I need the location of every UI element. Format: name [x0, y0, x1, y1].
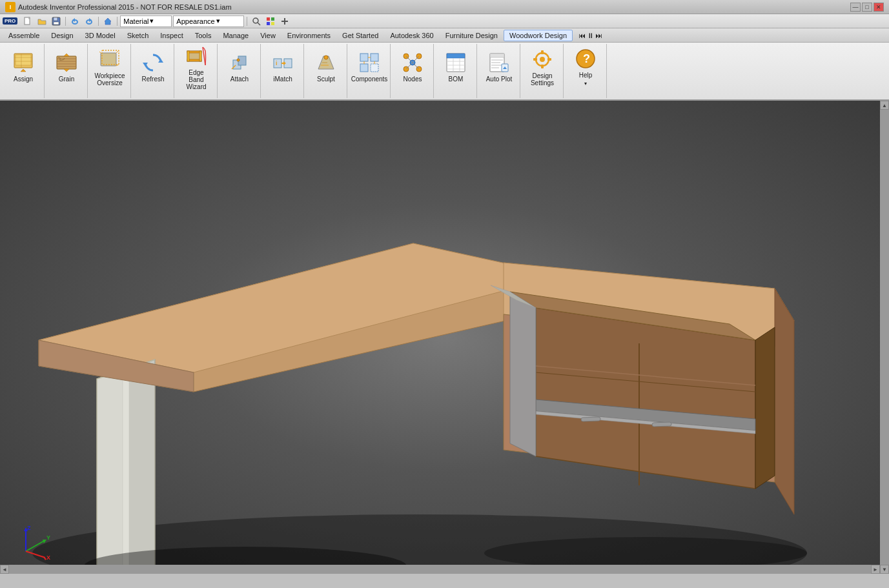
nodes-button[interactable]: Nodes	[396, 45, 429, 89]
sculpt-icon	[314, 51, 338, 74]
design-settings-button[interactable]: DesignSettings	[526, 45, 559, 89]
menu-view[interactable]: View	[254, 30, 281, 41]
svg-rect-81	[541, 65, 544, 68]
bom-button[interactable]: BOM	[439, 45, 473, 89]
assign-button[interactable]: Assign	[6, 45, 40, 89]
menu-get-started[interactable]: Get Started	[336, 30, 384, 41]
svg-line-120	[26, 551, 45, 558]
close-button[interactable]: ✕	[874, 3, 884, 12]
svg-rect-14	[15, 55, 31, 65]
components-button[interactable]: Components	[353, 45, 386, 89]
menu-autodesk360[interactable]: Autodesk 360	[384, 30, 439, 41]
minimize-button[interactable]: —	[850, 3, 861, 12]
viewport[interactable]: Z Y X ▲ ▼ ◄ ►	[0, 101, 889, 574]
menu-furniture-design[interactable]: Furniture Design	[440, 30, 504, 41]
svg-rect-49	[371, 54, 378, 61]
menu-video-controls[interactable]: ⏮⏸⏭	[573, 30, 608, 41]
zoom-button[interactable]	[250, 15, 263, 27]
svg-rect-7	[267, 17, 270, 21]
svg-rect-80	[541, 50, 544, 54]
scroll-right-button[interactable]: ►	[871, 565, 880, 574]
scroll-up-button[interactable]: ▲	[880, 101, 889, 110]
add-button[interactable]	[278, 15, 291, 27]
svg-line-62	[406, 63, 413, 69]
svg-line-6	[258, 23, 260, 25]
autoplot-label: Auto Plot	[486, 76, 513, 83]
svg-rect-43	[274, 59, 281, 68]
material-dropdown[interactable]: Material ▾	[120, 15, 172, 27]
save-button[interactable]	[50, 15, 63, 27]
autoplot-icon	[487, 51, 511, 74]
title-controls[interactable]: — □ ✕	[850, 3, 884, 12]
scroll-down-button[interactable]: ▼	[880, 565, 889, 574]
svg-marker-24	[64, 54, 69, 56]
horizontal-scrollbar[interactable]: ◄ ►	[0, 565, 880, 574]
edgeband-button[interactable]: Edge BandWizard	[179, 45, 213, 89]
workpiece-button[interactable]: WorkpieceOversize	[93, 45, 127, 89]
imatch-button[interactable]: i iMatch	[266, 45, 300, 89]
home-button[interactable]	[101, 15, 114, 27]
ribbon-group-edgeband: Edge BandWizard	[176, 44, 218, 98]
ribbon-group-bom: BOM	[435, 44, 477, 98]
svg-text:?: ?	[583, 52, 590, 65]
color-button[interactable]	[264, 15, 277, 27]
appearance-label: Appearance	[176, 17, 214, 25]
svg-text:Z: Z	[27, 525, 31, 531]
qa-separator-3	[117, 17, 118, 26]
help-icon: ?	[574, 47, 597, 70]
sculpt-label: Sculpt	[317, 76, 335, 83]
help-button[interactable]: ? Help ▾	[569, 45, 602, 89]
autoplot-button[interactable]: Auto Plot	[482, 45, 516, 89]
menu-woodwork-design[interactable]: Woodwork Design	[504, 30, 573, 41]
svg-line-61	[413, 56, 419, 63]
menu-3dmodel[interactable]: 3D Model	[79, 30, 121, 41]
ribbon-group-refresh: Refresh	[132, 44, 174, 98]
ribbon-group-nodes: Nodes	[392, 44, 434, 98]
menu-environments[interactable]: Environments	[281, 30, 336, 41]
edgeband-label: Edge BandWizard	[181, 69, 211, 90]
svg-marker-32	[143, 63, 148, 66]
menu-manage[interactable]: Manage	[217, 30, 254, 41]
svg-point-41	[237, 59, 240, 61]
title-bar: I Autodesk Inventor Professional 2015 - …	[0, 0, 889, 14]
menu-tools[interactable]: Tools	[189, 30, 218, 41]
svg-text:X: X	[46, 554, 50, 561]
grain-button[interactable]: Grain	[50, 45, 83, 89]
help-label: Help	[579, 72, 593, 79]
open-button[interactable]	[36, 15, 48, 27]
appearance-dropdown[interactable]: Appearance ▾	[173, 15, 244, 27]
new-button[interactable]	[21, 15, 34, 27]
refresh-label: Refresh	[141, 76, 164, 83]
maximize-button[interactable]: □	[862, 3, 872, 12]
help-dropdown-arrow: ▾	[584, 81, 587, 87]
menu-design[interactable]: Design	[45, 30, 79, 41]
refresh-button[interactable]: Refresh	[136, 45, 170, 89]
ribbon-group-workpiece: WorkpieceOversize	[89, 44, 131, 98]
svg-rect-9	[267, 22, 270, 25]
svg-rect-2	[54, 17, 57, 21]
svg-rect-83	[547, 58, 551, 61]
redo-button[interactable]	[83, 15, 96, 27]
sculpt-button[interactable]: Sculpt	[309, 45, 343, 89]
scene-3d	[0, 101, 889, 574]
title-text: Autodesk Inventor Professional 2015 - NO…	[18, 3, 232, 11]
app-icon: I	[5, 2, 15, 12]
svg-marker-18	[21, 69, 26, 72]
design-settings-label: DesignSettings	[531, 72, 554, 86]
svg-rect-50	[360, 64, 368, 72]
svg-line-117	[26, 540, 45, 551]
qa-separator-4	[247, 17, 247, 26]
scroll-left-button[interactable]: ◄	[0, 565, 9, 574]
components-label: Components	[351, 76, 388, 83]
attach-button[interactable]: Attach	[223, 45, 256, 89]
components-icon	[358, 51, 381, 74]
bom-icon	[444, 51, 467, 74]
refresh-icon	[141, 51, 165, 74]
menu-sketch[interactable]: Sketch	[121, 30, 155, 41]
menu-assemble[interactable]: Assemble	[3, 30, 45, 41]
undo-button[interactable]	[68, 15, 81, 27]
ribbon-group-imatch: i iMatch	[262, 44, 304, 98]
workpiece-icon	[98, 48, 121, 71]
vertical-scrollbar[interactable]: ▲ ▼	[880, 101, 889, 574]
menu-inspect[interactable]: Inspect	[154, 30, 189, 41]
